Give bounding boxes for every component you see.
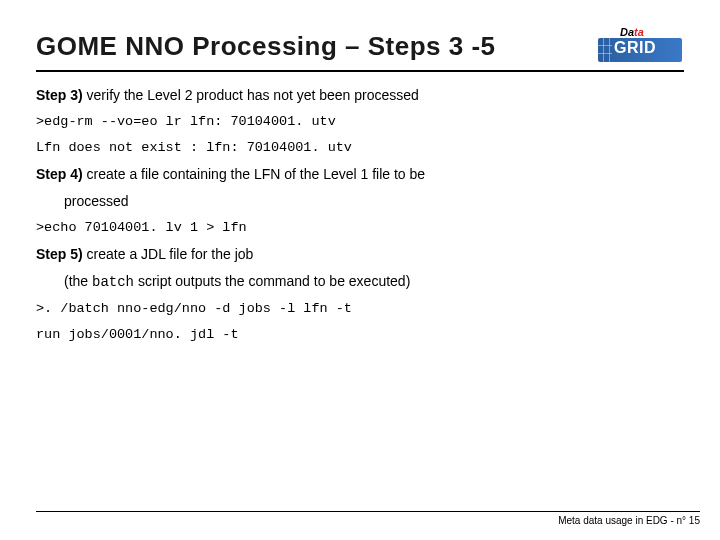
step-4-label: Step 4)	[36, 166, 83, 182]
title-rule	[36, 70, 684, 72]
page-title: GOME NNO Processing – Steps 3 -5	[36, 31, 496, 62]
logo-grid-text: GRID	[614, 39, 656, 57]
slide-footer: Meta data usage in EDG - n° 15	[36, 511, 700, 526]
step-5-command: >. /batch nno-edg/nno -d jobs -l lfn -t	[36, 300, 684, 318]
step-3-line: Step 3) verify the Level 2 product has n…	[36, 86, 684, 105]
step-5-label: Step 5)	[36, 246, 83, 262]
step-5-sub-post: script outputs the command to be execute…	[134, 273, 410, 289]
step-3-text: verify the Level 2 product has not yet b…	[83, 87, 419, 103]
title-row: GOME NNO Processing – Steps 3 -5 Data GR…	[36, 28, 684, 64]
step-3-command: >edg-rm --vo=eo lr lfn: 70104001. utv	[36, 113, 684, 131]
step-4-text-cont: processed	[64, 192, 684, 211]
step-5-subtext: (the batch script outputs the command to…	[64, 272, 684, 292]
step-3-label: Step 3)	[36, 87, 83, 103]
step-5-sub-mono: batch	[92, 274, 134, 290]
step-4-text: create a file containing the LFN of the …	[83, 166, 425, 182]
step-4-line: Step 4) create a file containing the LFN…	[36, 165, 684, 184]
datagrid-logo: Data GRID	[598, 28, 684, 64]
step-5-text: create a JDL file for the job	[83, 246, 254, 262]
step-4-command: >echo 70104001. lv 1 > lfn	[36, 219, 684, 237]
step-5-output: run jobs/0001/nno. jdl -t	[36, 326, 684, 344]
footer-text: Meta data usage in EDG - n° 15	[558, 515, 700, 526]
slide-body: Step 3) verify the Level 2 product has n…	[36, 86, 684, 345]
logo-data-text: Data	[620, 26, 644, 38]
step-5-line: Step 5) create a JDL file for the job	[36, 245, 684, 264]
step-3-output: Lfn does not exist : lfn: 70104001. utv	[36, 139, 684, 157]
step-5-sub-pre: (the	[64, 273, 92, 289]
slide: GOME NNO Processing – Steps 3 -5 Data GR…	[0, 0, 720, 540]
